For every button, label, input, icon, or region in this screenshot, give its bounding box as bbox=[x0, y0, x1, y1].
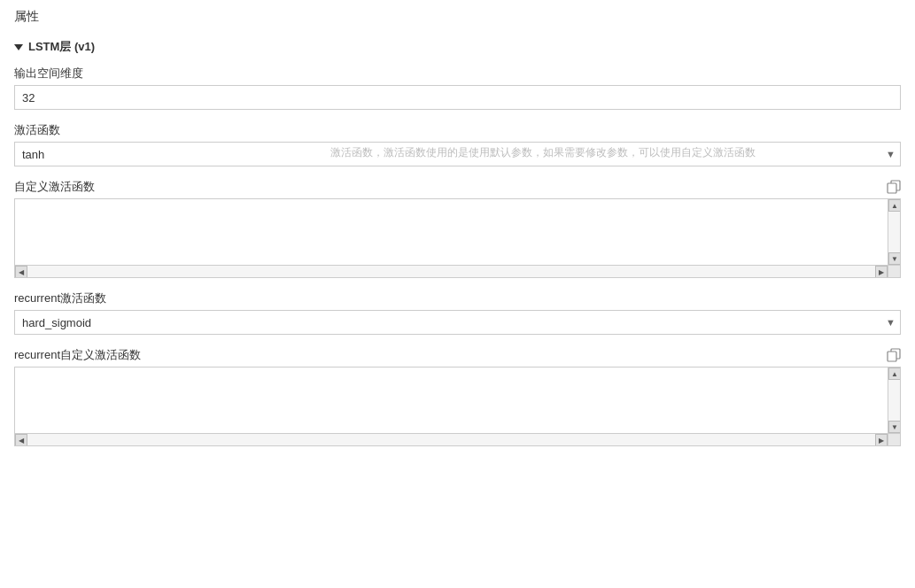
vscroll-track bbox=[888, 212, 900, 252]
custom-activation-label-row: 自定义激活函数 bbox=[14, 179, 901, 195]
scrollbar-corner bbox=[888, 265, 900, 277]
custom-activation-textarea-container: ▲ ▼ ◀ ▶ bbox=[14, 198, 901, 278]
custom-activation-field: 自定义激活函数 ▲ ▼ ◀ ▶ bbox=[14, 179, 901, 278]
recurrent-activation-select-wrapper: hard_sigmoid tanh relu sigmoid linear ▼ bbox=[14, 310, 901, 335]
svg-rect-1 bbox=[888, 183, 896, 193]
custom-activation-copy-icon[interactable] bbox=[887, 180, 901, 194]
recurrent-vscroll-up-btn[interactable]: ▲ bbox=[888, 368, 901, 380]
hscroll-track bbox=[27, 266, 875, 277]
page-container: 属性 LSTM层 (v1) 输出空间维度 激活函数 tanh relu sigm… bbox=[0, 0, 915, 473]
svg-rect-3 bbox=[888, 352, 896, 361]
recurrent-custom-activation-vscrollbar[interactable]: ▲ ▼ bbox=[888, 368, 900, 433]
recurrent-custom-activation-label: recurrent自定义激活函数 bbox=[14, 347, 141, 363]
recurrent-custom-activation-hscrollbar[interactable]: ◀ ▶ bbox=[15, 433, 888, 445]
recurrent-custom-activation-textarea-container: ▲ ▼ ◀ ▶ bbox=[14, 367, 901, 446]
section-header[interactable]: LSTM层 (v1) bbox=[14, 39, 901, 55]
recurrent-hscroll-left-btn[interactable]: ◀ bbox=[15, 434, 27, 446]
page-header: 属性 bbox=[0, 0, 915, 32]
custom-activation-hscrollbar[interactable]: ◀ ▶ bbox=[15, 265, 888, 277]
recurrent-activation-label: recurrent激活函数 bbox=[14, 290, 901, 306]
activation-label: 激活函数 bbox=[14, 122, 901, 138]
hscroll-right-btn[interactable]: ▶ bbox=[875, 266, 888, 278]
activation-select[interactable]: tanh relu sigmoid linear softmax bbox=[14, 142, 901, 166]
custom-activation-vscrollbar[interactable]: ▲ ▼ bbox=[888, 199, 900, 265]
recurrent-custom-activation-label-row: recurrent自定义激活函数 bbox=[14, 347, 901, 363]
recurrent-activation-select[interactable]: hard_sigmoid tanh relu sigmoid linear bbox=[14, 310, 901, 335]
recurrent-custom-activation-textarea[interactable] bbox=[15, 368, 888, 421]
output-dim-input[interactable] bbox=[14, 85, 901, 110]
page-title: 属性 bbox=[14, 9, 39, 23]
activation-select-container: tanh relu sigmoid linear softmax ▼ 激活函数，… bbox=[14, 142, 901, 166]
activation-field: 激活函数 tanh relu sigmoid linear softmax ▼ … bbox=[14, 122, 901, 166]
collapse-icon bbox=[14, 44, 23, 50]
recurrent-scrollbar-corner bbox=[888, 433, 900, 445]
recurrent-vscroll-track bbox=[888, 380, 900, 421]
recurrent-custom-activation-field: recurrent自定义激活函数 ▲ ▼ ◀ bbox=[14, 347, 901, 446]
content-area: LSTM层 (v1) 输出空间维度 激活函数 tanh relu sigmoid… bbox=[0, 32, 915, 473]
custom-activation-textarea[interactable] bbox=[15, 199, 888, 252]
vscroll-up-btn[interactable]: ▲ bbox=[888, 199, 901, 212]
recurrent-custom-activation-copy-icon[interactable] bbox=[887, 348, 901, 362]
hscroll-left-btn[interactable]: ◀ bbox=[15, 266, 27, 278]
output-dim-field: 输出空间维度 bbox=[14, 66, 901, 110]
section-title: LSTM层 (v1) bbox=[28, 39, 95, 55]
vscroll-down-btn[interactable]: ▼ bbox=[888, 252, 901, 265]
recurrent-hscroll-track bbox=[27, 434, 875, 445]
recurrent-activation-field: recurrent激活函数 hard_sigmoid tanh relu sig… bbox=[14, 290, 901, 335]
recurrent-hscroll-right-btn[interactable]: ▶ bbox=[875, 434, 888, 446]
activation-select-wrapper: tanh relu sigmoid linear softmax ▼ bbox=[14, 142, 901, 166]
recurrent-vscroll-down-btn[interactable]: ▼ bbox=[888, 421, 901, 433]
custom-activation-label: 自定义激活函数 bbox=[14, 179, 95, 195]
output-dim-label: 输出空间维度 bbox=[14, 66, 901, 81]
